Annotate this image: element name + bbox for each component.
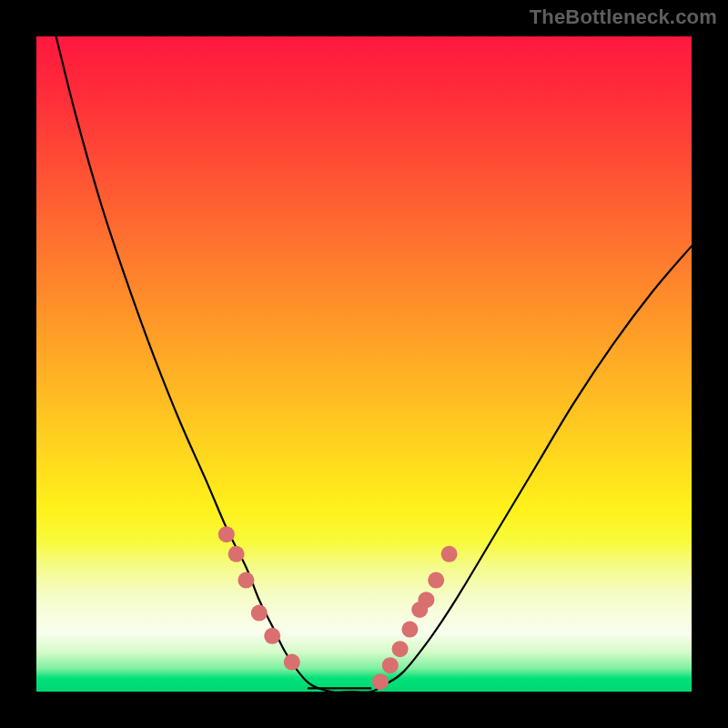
data-marker: [401, 622, 418, 638]
data-marker: [428, 572, 444, 589]
data-marker: [251, 605, 268, 622]
data-marker: [418, 592, 434, 608]
data-marker: [218, 526, 235, 542]
data-marker: [392, 641, 409, 657]
data-marker: [372, 673, 389, 690]
data-marker: [238, 572, 254, 589]
curve-svg: [36, 36, 692, 692]
marker-group: [218, 526, 458, 690]
data-marker: [382, 657, 399, 673]
plot-area: [36, 36, 692, 692]
data-marker: [264, 628, 280, 644]
bottleneck-curve: [56, 36, 692, 692]
data-marker: [284, 654, 300, 671]
data-marker: [441, 546, 458, 562]
chart-frame: TheBottleneck.com: [0, 0, 728, 728]
watermark-text: TheBottleneck.com: [530, 5, 717, 29]
data-marker: [228, 546, 245, 562]
